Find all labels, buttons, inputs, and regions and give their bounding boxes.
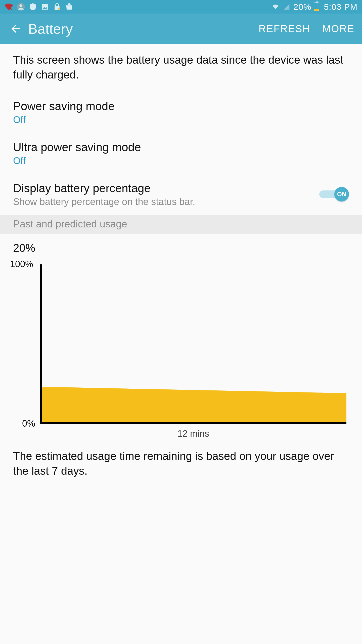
wifi-icon bbox=[271, 3, 280, 11]
chart-plot-area: 100% 0% bbox=[40, 264, 346, 424]
status-left bbox=[5, 3, 73, 11]
x-axis-label: 12 mins bbox=[40, 428, 346, 439]
lock-alert-icon bbox=[53, 3, 61, 11]
refresh-button[interactable]: REFRESH bbox=[259, 23, 310, 34]
store-icon bbox=[65, 3, 73, 11]
shield-wifi-icon bbox=[29, 3, 37, 11]
status-bar: 20% 5:03 PM bbox=[0, 0, 362, 14]
display-percentage-toggle[interactable]: ON bbox=[319, 187, 349, 201]
battery-chart[interactable]: 20% 100% 0% 12 mins bbox=[0, 234, 362, 439]
svg-point-1 bbox=[19, 4, 22, 7]
battery-icon bbox=[314, 3, 319, 11]
estimate-note: The estimated usage time remaining is ba… bbox=[0, 439, 362, 478]
more-button[interactable]: MORE bbox=[322, 23, 354, 34]
signal-none-icon bbox=[282, 3, 291, 11]
row-value: Off bbox=[13, 155, 349, 166]
intro-text: This screen shows the battery usage data… bbox=[0, 44, 362, 92]
current-battery-pct: 20% bbox=[13, 242, 349, 254]
row-ultra-power-saving-mode[interactable]: Ultra power saving mode Off bbox=[0, 133, 362, 174]
row-power-saving-mode[interactable]: Power saving mode Off bbox=[0, 92, 362, 133]
svg-marker-4 bbox=[42, 387, 346, 422]
row-title: Display battery percentage bbox=[13, 181, 319, 195]
x-axis-line bbox=[40, 422, 346, 424]
wifi-off-icon bbox=[5, 3, 13, 11]
status-battery-pct: 20% bbox=[293, 2, 311, 12]
status-right: 20% 5:03 PM bbox=[271, 2, 357, 12]
back-button[interactable] bbox=[8, 21, 24, 37]
chart-area-fill bbox=[42, 262, 346, 422]
row-value: Off bbox=[13, 114, 349, 125]
row-title: Ultra power saving mode bbox=[13, 140, 349, 154]
row-display-battery-percentage[interactable]: Display battery percentage Show battery … bbox=[0, 174, 362, 215]
image-icon bbox=[41, 3, 49, 11]
contact-blocked-icon bbox=[17, 3, 25, 11]
y-axis-top-label: 100% bbox=[10, 259, 33, 269]
row-title: Power saving mode bbox=[13, 99, 349, 113]
section-past-predicted: Past and predicted usage bbox=[0, 215, 362, 234]
y-axis-bottom-label: 0% bbox=[22, 418, 35, 429]
app-bar: Battery REFRESH MORE bbox=[0, 14, 362, 44]
toggle-knob-label: ON bbox=[334, 187, 349, 202]
status-time: 5:03 PM bbox=[324, 2, 357, 12]
page-title: Battery bbox=[28, 21, 73, 37]
row-description: Show battery percentage on the status ba… bbox=[13, 196, 319, 207]
y-axis-line bbox=[40, 264, 42, 424]
